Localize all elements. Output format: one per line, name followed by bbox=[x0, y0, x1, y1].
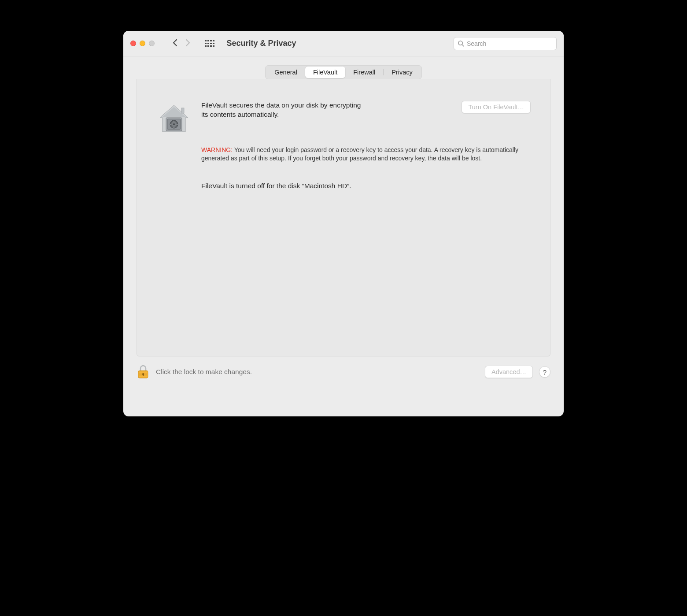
search-input[interactable] bbox=[467, 40, 553, 47]
svg-rect-4 bbox=[181, 108, 184, 113]
back-button[interactable] bbox=[172, 39, 177, 48]
filevault-status: FileVault is turned off for the disk “Ma… bbox=[201, 182, 531, 190]
search-field[interactable] bbox=[454, 37, 557, 50]
warning-text: You will need your login password or a r… bbox=[201, 146, 518, 162]
show-all-button[interactable] bbox=[205, 40, 214, 47]
warning-label: WARNING: bbox=[201, 146, 233, 153]
titlebar: Security & Privacy bbox=[123, 31, 564, 56]
svg-rect-21 bbox=[143, 374, 144, 376]
tabs: General FileVault Firewall Privacy bbox=[265, 65, 421, 79]
lock-icon[interactable] bbox=[137, 364, 150, 379]
filevault-description: FileVault secures the data on your disk … bbox=[201, 101, 364, 119]
preferences-window: Security & Privacy General FileVault Fir… bbox=[123, 31, 564, 416]
content-panel: FileVault secures the data on your disk … bbox=[137, 79, 550, 356]
lock-hint-text: Click the lock to make changes. bbox=[156, 368, 252, 376]
window-controls bbox=[130, 41, 155, 46]
minimize-window-button[interactable] bbox=[140, 41, 145, 46]
tab-general[interactable]: General bbox=[266, 67, 305, 78]
zoom-window-button bbox=[149, 41, 155, 46]
svg-point-9 bbox=[173, 123, 175, 125]
window-title: Security & Privacy bbox=[227, 39, 296, 48]
advanced-button: Advanced… bbox=[485, 366, 533, 378]
turn-on-filevault-button: Turn On FileVault… bbox=[462, 101, 531, 113]
chevron-left-icon bbox=[172, 39, 177, 47]
svg-line-1 bbox=[462, 45, 464, 46]
search-icon bbox=[458, 40, 464, 47]
chevron-right-icon bbox=[185, 39, 191, 47]
nav-arrows bbox=[172, 39, 191, 48]
close-window-button[interactable] bbox=[130, 41, 136, 46]
filevault-icon bbox=[156, 103, 192, 138]
filevault-warning: WARNING: You will need your login passwo… bbox=[201, 146, 531, 163]
help-button[interactable]: ? bbox=[539, 366, 550, 378]
forward-button bbox=[185, 39, 191, 48]
tab-firewall[interactable]: Firewall bbox=[345, 67, 383, 78]
tab-filevault[interactable]: FileVault bbox=[305, 67, 345, 78]
tabs-row: General FileVault Firewall Privacy bbox=[123, 65, 564, 79]
footer: Click the lock to make changes. Advanced… bbox=[123, 356, 564, 390]
tab-privacy[interactable]: Privacy bbox=[384, 67, 421, 78]
